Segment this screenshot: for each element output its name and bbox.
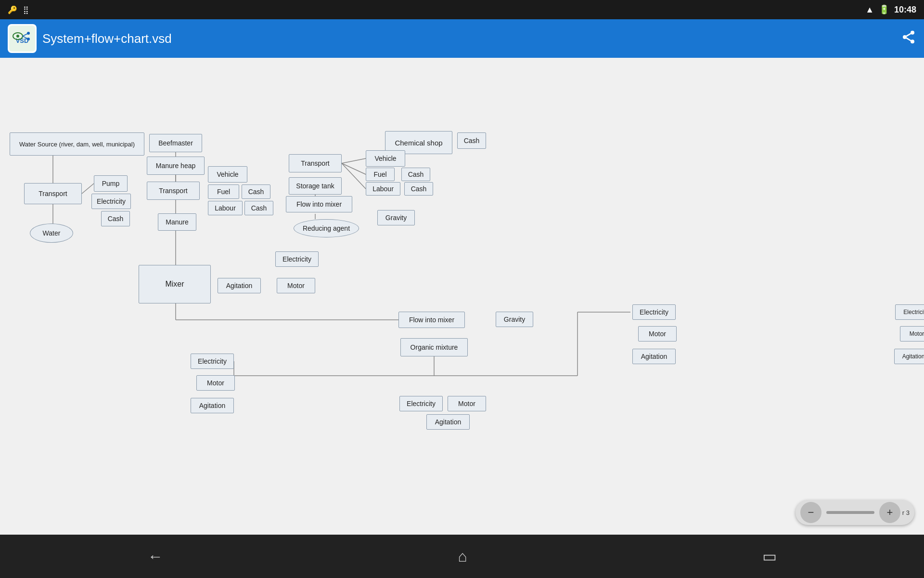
back-button[interactable]: ←: [147, 548, 163, 565]
node-water-source[interactable]: Water Source (river, dam, well, municipa…: [10, 132, 144, 156]
node-gravity-top[interactable]: Gravity: [377, 210, 415, 225]
node-motor-mid[interactable]: Motor: [277, 278, 315, 293]
svg-point-5: [27, 32, 30, 35]
node-fuel-mid[interactable]: Fuel: [208, 184, 239, 199]
node-labour-mid[interactable]: Labour: [208, 201, 243, 215]
node-cash-left[interactable]: Cash: [101, 211, 130, 226]
node-electricity-edge[interactable]: Electricit: [895, 304, 924, 320]
node-reducing-agent[interactable]: Reducing agent: [294, 219, 359, 237]
node-vehicle-mid[interactable]: Vehicle: [208, 166, 247, 183]
node-electricity-mixer[interactable]: Electricity: [275, 251, 319, 267]
key-icon: 🔑: [8, 5, 17, 14]
node-transport-mid[interactable]: Transport: [147, 182, 200, 200]
node-organic-mixture[interactable]: Organic mixture: [400, 338, 468, 356]
nav-bar: ← ⌂ ▭: [0, 535, 924, 578]
node-storage-tank[interactable]: Storage tank: [289, 177, 342, 195]
node-labour-right[interactable]: Labour: [366, 182, 400, 196]
node-electricity-bottom-right[interactable]: Electricity: [632, 304, 676, 320]
home-button[interactable]: ⌂: [458, 548, 467, 565]
app-logo: VSD: [8, 24, 37, 53]
share-icon[interactable]: [901, 29, 916, 48]
node-motor-bottom-right[interactable]: Motor: [638, 326, 677, 342]
svg-point-3: [16, 35, 19, 38]
svg-line-22: [342, 158, 366, 163]
node-agitation-bottom-right[interactable]: Agitation: [632, 349, 676, 364]
svg-line-15: [82, 184, 94, 194]
recents-button[interactable]: ▭: [762, 547, 777, 565]
menu-icon: ⣿: [23, 5, 28, 14]
zoom-slider[interactable]: [826, 511, 874, 514]
node-cash-chem[interactable]: Cash: [457, 132, 486, 149]
node-cash-fuel-right[interactable]: Cash: [401, 168, 430, 181]
node-pump[interactable]: Pump: [94, 175, 128, 192]
time-display: 10:48: [894, 5, 916, 15]
node-beefmaster[interactable]: Beefmaster: [149, 134, 202, 152]
node-electricity-bottom-mid[interactable]: Electricity: [399, 396, 443, 411]
node-manure-heap[interactable]: Manure heap: [147, 157, 205, 175]
zoom-controls[interactable]: − + r 3: [796, 500, 914, 525]
node-transport-left[interactable]: Transport: [24, 183, 82, 204]
wifi-icon: ▲: [865, 5, 874, 15]
node-agitation-mid[interactable]: Agitation: [218, 278, 261, 293]
svg-point-8: [911, 30, 914, 34]
diagram-canvas[interactable]: Water Source (river, dam, well, municipa…: [0, 58, 924, 535]
status-bar: 🔑 ⣿ ▲ 🔋 10:48: [0, 0, 924, 19]
node-motor-edge[interactable]: Motor: [900, 326, 924, 342]
node-motor-bottom-mid[interactable]: Motor: [448, 396, 486, 411]
node-fuel-right[interactable]: Fuel: [366, 168, 395, 181]
node-flow-mixer-top[interactable]: Flow into mixer: [286, 196, 352, 212]
svg-point-9: [903, 35, 907, 39]
node-mixer[interactable]: Mixer: [139, 265, 211, 303]
zoom-level: r 3: [902, 509, 910, 516]
node-agitation-edge[interactable]: Agitation: [894, 349, 924, 364]
node-cash-labour-right[interactable]: Cash: [404, 182, 433, 196]
node-vehicle-right[interactable]: Vehicle: [366, 150, 405, 167]
node-gravity-bottom[interactable]: Gravity: [496, 312, 533, 327]
node-transport-right[interactable]: Transport: [289, 154, 342, 172]
svg-line-23: [342, 163, 366, 174]
battery-icon: 🔋: [879, 4, 889, 15]
node-electricity-bottom-left[interactable]: Electricity: [191, 354, 234, 369]
node-agitation-bottom-left[interactable]: Agitation: [191, 398, 234, 413]
node-flow-mixer-bottom[interactable]: Flow into mixer: [398, 312, 465, 328]
node-cash-fuel-mid[interactable]: Cash: [242, 184, 270, 199]
svg-point-7: [27, 38, 30, 40]
zoom-out-button[interactable]: −: [800, 502, 821, 523]
node-electricity-left[interactable]: Electricity: [91, 194, 131, 209]
node-motor-bottom-left[interactable]: Motor: [196, 375, 235, 391]
svg-line-11: [906, 38, 911, 40]
node-agitation-bottom-mid[interactable]: Agitation: [426, 414, 470, 430]
app-title: System+flow+chart.vsd: [42, 31, 172, 46]
node-water-oval[interactable]: Water: [30, 223, 73, 243]
svg-point-10: [911, 39, 914, 43]
node-cash-labour-mid[interactable]: Cash: [244, 201, 273, 215]
svg-line-24: [342, 163, 366, 189]
zoom-in-button[interactable]: +: [879, 502, 900, 523]
svg-line-12: [906, 33, 911, 36]
node-manure[interactable]: Manure: [158, 213, 196, 231]
app-bar: VSD System+flow+chart.vsd: [0, 19, 924, 58]
